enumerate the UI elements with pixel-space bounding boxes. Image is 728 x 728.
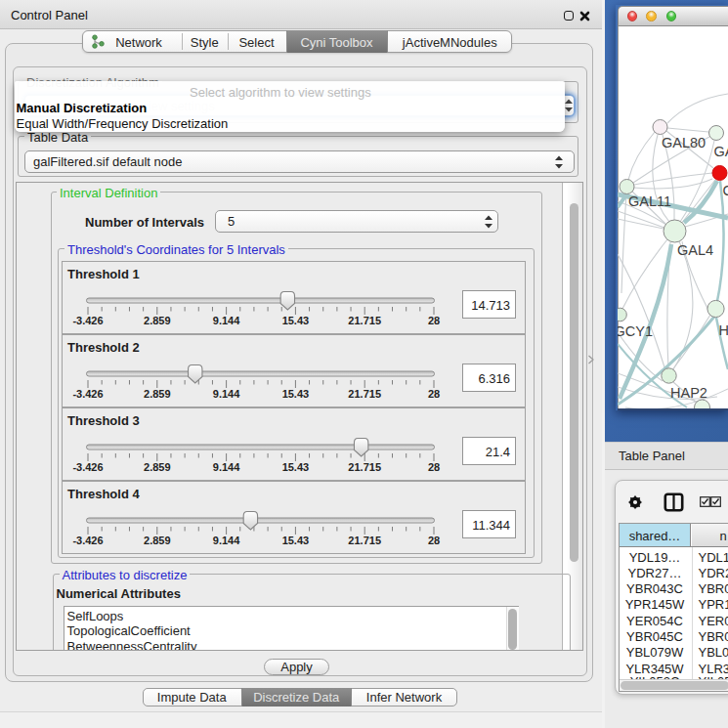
svg-text:GAL80: GAL80: [662, 135, 706, 150]
svg-text:GAL4: GAL4: [677, 242, 713, 258]
svg-text:GCY1: GCY1: [618, 323, 653, 339]
svg-text:C: C: [723, 183, 728, 198]
svg-text:HAP2: HAP2: [670, 385, 707, 401]
svg-text:H: H: [719, 322, 728, 338]
svg-text:GAL: GAL: [714, 144, 728, 159]
svg-text:GAL11: GAL11: [628, 193, 671, 209]
